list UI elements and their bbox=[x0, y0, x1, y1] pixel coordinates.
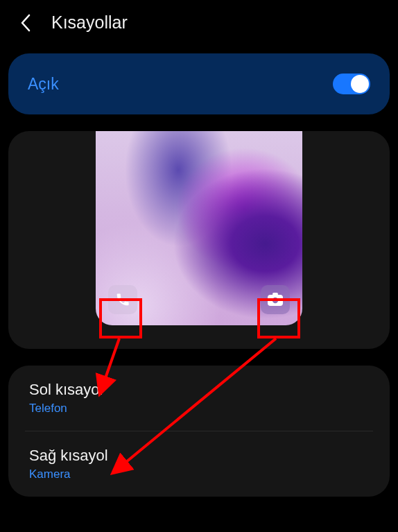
shortcut-options-list: Sol kısayol Telefon Sağ kısayol Kamera bbox=[8, 366, 390, 497]
left-shortcut-title: Sol kısayol bbox=[29, 381, 369, 399]
lockscreen-preview-card bbox=[8, 131, 390, 349]
left-shortcut-item[interactable]: Sol kısayol Telefon bbox=[25, 366, 373, 431]
chevron-left-icon bbox=[19, 14, 33, 32]
svg-rect-2 bbox=[272, 293, 278, 295]
lockscreen-preview bbox=[96, 131, 302, 325]
svg-point-1 bbox=[272, 298, 278, 303]
left-shortcut-value: Telefon bbox=[29, 402, 369, 415]
toggle-label: Açık bbox=[28, 75, 59, 94]
page-title: Kısayollar bbox=[51, 12, 128, 33]
switch-knob bbox=[351, 75, 369, 93]
camera-icon bbox=[267, 293, 284, 307]
right-shortcut-item[interactable]: Sağ kısayol Kamera bbox=[25, 431, 373, 497]
preview-right-shortcut bbox=[261, 285, 290, 314]
preview-left-shortcut bbox=[108, 285, 137, 314]
phone-icon bbox=[115, 292, 130, 307]
right-shortcut-title: Sağ kısayol bbox=[29, 447, 369, 465]
toggle-switch[interactable] bbox=[333, 74, 370, 94]
right-shortcut-value: Kamera bbox=[29, 467, 369, 481]
master-toggle-row[interactable]: Açık bbox=[8, 53, 390, 114]
header-bar: Kısayollar bbox=[0, 0, 398, 48]
back-button[interactable] bbox=[17, 13, 36, 33]
